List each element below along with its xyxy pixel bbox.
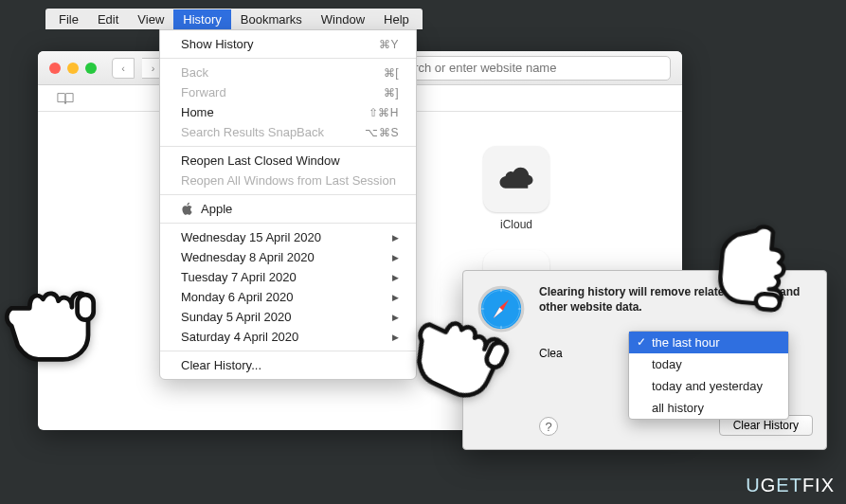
- back-button[interactable]: ‹: [112, 58, 135, 79]
- clear-range-select[interactable]: the last hour today today and yesterday …: [628, 331, 789, 420]
- menu-window[interactable]: Window: [312, 9, 374, 29]
- clear-label: Clea: [539, 347, 563, 360]
- pointer-hand-icon: [710, 214, 820, 325]
- option-today[interactable]: today: [629, 353, 788, 375]
- svg-rect-14: [755, 293, 781, 310]
- apple-icon: [181, 202, 193, 216]
- menu-item-forward: Forward⌘]: [160, 82, 416, 102]
- search-input[interactable]: [392, 61, 662, 75]
- menu-bookmarks[interactable]: Bookmarks: [231, 9, 312, 29]
- help-button[interactable]: ?: [539, 417, 558, 436]
- menu-history[interactable]: History: [173, 9, 230, 29]
- icloud-icon: [496, 159, 536, 199]
- menu-item-date[interactable]: Wednesday 15 April 2020: [160, 227, 416, 247]
- menu-item-home[interactable]: Home⇧⌘H: [160, 102, 416, 122]
- menubar: File Edit View History Bookmarks Window …: [45, 9, 423, 29]
- menu-item-apple[interactable]: Apple: [160, 199, 416, 219]
- menu-item-date[interactable]: Tuesday 7 April 2020: [160, 267, 416, 287]
- menu-item-reopen-last[interactable]: Reopen Last Closed Window: [160, 151, 416, 171]
- menu-item-clear-history[interactable]: Clear History...: [160, 355, 416, 375]
- menu-item-snapback: Search Results SnapBack⌥⌘S: [160, 122, 416, 142]
- menu-file[interactable]: File: [49, 9, 88, 29]
- menu-item-back: Back⌘[: [160, 63, 416, 82]
- bookmarks-icon[interactable]: [57, 92, 74, 105]
- menu-view[interactable]: View: [128, 9, 173, 29]
- minimize-window-button[interactable]: [67, 63, 79, 74]
- svg-rect-12: [78, 295, 94, 320]
- favorite-label: iCloud: [500, 218, 532, 231]
- traffic-lights: [49, 63, 97, 74]
- option-today-yesterday[interactable]: today and yesterday: [629, 375, 788, 397]
- menu-item-date[interactable]: Sunday 5 April 2020: [160, 307, 416, 327]
- menu-item-show-history[interactable]: Show History⌘Y: [160, 34, 416, 54]
- menu-item-reopen-all: Reopen All Windows from Last Session: [160, 171, 416, 190]
- pointer-hand-icon: [0, 259, 106, 367]
- menu-item-date[interactable]: Saturday 4 April 2020: [160, 327, 416, 347]
- menu-item-date[interactable]: Wednesday 8 April 2020: [160, 247, 416, 267]
- option-last-hour[interactable]: the last hour: [629, 332, 788, 353]
- watermark: UGETFIX: [746, 475, 835, 496]
- history-dropdown: Show History⌘Y Back⌘[ Forward⌘] Home⇧⌘H …: [159, 29, 417, 380]
- menu-item-date[interactable]: Monday 6 April 2020: [160, 287, 416, 307]
- maximize-window-button[interactable]: [85, 63, 97, 74]
- option-all-history[interactable]: all history: [629, 397, 788, 419]
- menu-edit[interactable]: Edit: [88, 9, 128, 29]
- favorite-icloud[interactable]: iCloud: [464, 146, 568, 231]
- menu-help[interactable]: Help: [374, 9, 419, 29]
- close-window-button[interactable]: [49, 63, 61, 74]
